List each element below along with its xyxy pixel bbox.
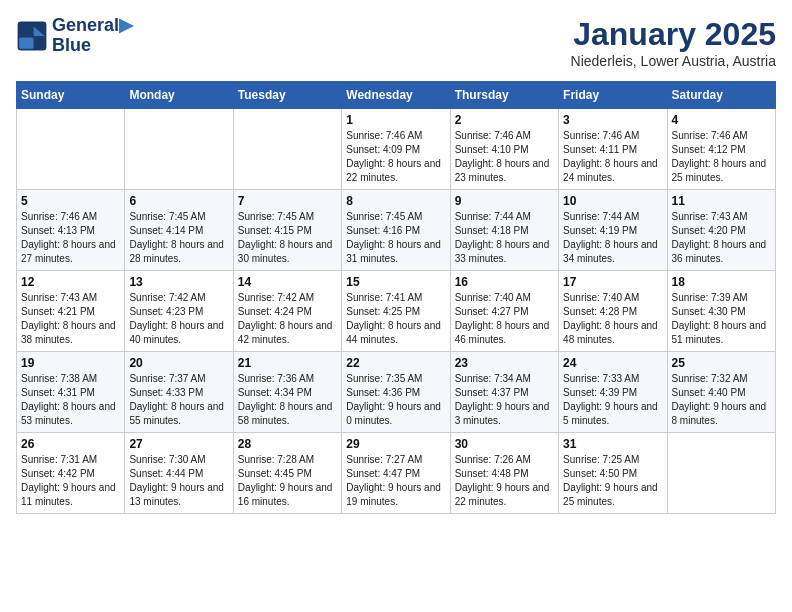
- title-area: January 2025 Niederleis, Lower Austria, …: [571, 16, 776, 69]
- logo: General▶ Blue: [16, 16, 133, 56]
- day-info: Sunrise: 7:46 AM Sunset: 4:09 PM Dayligh…: [346, 129, 445, 185]
- day-cell: 20Sunrise: 7:37 AM Sunset: 4:33 PM Dayli…: [125, 352, 233, 433]
- day-number: 8: [346, 194, 445, 208]
- day-info: Sunrise: 7:30 AM Sunset: 4:44 PM Dayligh…: [129, 453, 228, 509]
- day-info: Sunrise: 7:39 AM Sunset: 4:30 PM Dayligh…: [672, 291, 771, 347]
- day-number: 16: [455, 275, 554, 289]
- day-number: 10: [563, 194, 662, 208]
- column-header-wednesday: Wednesday: [342, 82, 450, 109]
- svg-rect-2: [19, 37, 33, 48]
- day-info: Sunrise: 7:34 AM Sunset: 4:37 PM Dayligh…: [455, 372, 554, 428]
- week-row-2: 5Sunrise: 7:46 AM Sunset: 4:13 PM Daylig…: [17, 190, 776, 271]
- day-info: Sunrise: 7:45 AM Sunset: 4:16 PM Dayligh…: [346, 210, 445, 266]
- week-row-4: 19Sunrise: 7:38 AM Sunset: 4:31 PM Dayli…: [17, 352, 776, 433]
- day-info: Sunrise: 7:25 AM Sunset: 4:50 PM Dayligh…: [563, 453, 662, 509]
- day-cell: 22Sunrise: 7:35 AM Sunset: 4:36 PM Dayli…: [342, 352, 450, 433]
- day-cell: 17Sunrise: 7:40 AM Sunset: 4:28 PM Dayli…: [559, 271, 667, 352]
- day-info: Sunrise: 7:46 AM Sunset: 4:12 PM Dayligh…: [672, 129, 771, 185]
- day-info: Sunrise: 7:31 AM Sunset: 4:42 PM Dayligh…: [21, 453, 120, 509]
- day-number: 24: [563, 356, 662, 370]
- day-number: 4: [672, 113, 771, 127]
- day-number: 27: [129, 437, 228, 451]
- day-cell: 28Sunrise: 7:28 AM Sunset: 4:45 PM Dayli…: [233, 433, 341, 514]
- day-cell: 29Sunrise: 7:27 AM Sunset: 4:47 PM Dayli…: [342, 433, 450, 514]
- day-info: Sunrise: 7:33 AM Sunset: 4:39 PM Dayligh…: [563, 372, 662, 428]
- day-number: 30: [455, 437, 554, 451]
- logo-icon: [16, 20, 48, 52]
- column-header-saturday: Saturday: [667, 82, 775, 109]
- day-cell: [233, 109, 341, 190]
- day-info: Sunrise: 7:27 AM Sunset: 4:47 PM Dayligh…: [346, 453, 445, 509]
- day-info: Sunrise: 7:46 AM Sunset: 4:10 PM Dayligh…: [455, 129, 554, 185]
- day-number: 19: [21, 356, 120, 370]
- day-number: 3: [563, 113, 662, 127]
- day-number: 28: [238, 437, 337, 451]
- calendar-subtitle: Niederleis, Lower Austria, Austria: [571, 53, 776, 69]
- day-info: Sunrise: 7:28 AM Sunset: 4:45 PM Dayligh…: [238, 453, 337, 509]
- day-number: 15: [346, 275, 445, 289]
- day-info: Sunrise: 7:36 AM Sunset: 4:34 PM Dayligh…: [238, 372, 337, 428]
- day-number: 2: [455, 113, 554, 127]
- day-cell: 30Sunrise: 7:26 AM Sunset: 4:48 PM Dayli…: [450, 433, 558, 514]
- day-number: 20: [129, 356, 228, 370]
- day-cell: 16Sunrise: 7:40 AM Sunset: 4:27 PM Dayli…: [450, 271, 558, 352]
- day-number: 17: [563, 275, 662, 289]
- day-number: 29: [346, 437, 445, 451]
- day-cell: 13Sunrise: 7:42 AM Sunset: 4:23 PM Dayli…: [125, 271, 233, 352]
- header: General▶ Blue January 2025 Niederleis, L…: [16, 16, 776, 69]
- day-cell: 10Sunrise: 7:44 AM Sunset: 4:19 PM Dayli…: [559, 190, 667, 271]
- calendar-header-row: SundayMondayTuesdayWednesdayThursdayFrid…: [17, 82, 776, 109]
- day-cell: [125, 109, 233, 190]
- day-cell: [667, 433, 775, 514]
- day-cell: 2Sunrise: 7:46 AM Sunset: 4:10 PM Daylig…: [450, 109, 558, 190]
- day-cell: 24Sunrise: 7:33 AM Sunset: 4:39 PM Dayli…: [559, 352, 667, 433]
- week-row-1: 1Sunrise: 7:46 AM Sunset: 4:09 PM Daylig…: [17, 109, 776, 190]
- day-cell: 6Sunrise: 7:45 AM Sunset: 4:14 PM Daylig…: [125, 190, 233, 271]
- day-cell: 3Sunrise: 7:46 AM Sunset: 4:11 PM Daylig…: [559, 109, 667, 190]
- day-cell: 9Sunrise: 7:44 AM Sunset: 4:18 PM Daylig…: [450, 190, 558, 271]
- day-number: 18: [672, 275, 771, 289]
- day-info: Sunrise: 7:45 AM Sunset: 4:15 PM Dayligh…: [238, 210, 337, 266]
- column-header-thursday: Thursday: [450, 82, 558, 109]
- day-cell: 25Sunrise: 7:32 AM Sunset: 4:40 PM Dayli…: [667, 352, 775, 433]
- day-number: 23: [455, 356, 554, 370]
- day-cell: 23Sunrise: 7:34 AM Sunset: 4:37 PM Dayli…: [450, 352, 558, 433]
- day-cell: 18Sunrise: 7:39 AM Sunset: 4:30 PM Dayli…: [667, 271, 775, 352]
- column-header-monday: Monday: [125, 82, 233, 109]
- day-info: Sunrise: 7:44 AM Sunset: 4:18 PM Dayligh…: [455, 210, 554, 266]
- day-cell: 11Sunrise: 7:43 AM Sunset: 4:20 PM Dayli…: [667, 190, 775, 271]
- day-cell: 15Sunrise: 7:41 AM Sunset: 4:25 PM Dayli…: [342, 271, 450, 352]
- day-number: 25: [672, 356, 771, 370]
- day-cell: 4Sunrise: 7:46 AM Sunset: 4:12 PM Daylig…: [667, 109, 775, 190]
- day-cell: 7Sunrise: 7:45 AM Sunset: 4:15 PM Daylig…: [233, 190, 341, 271]
- day-info: Sunrise: 7:40 AM Sunset: 4:28 PM Dayligh…: [563, 291, 662, 347]
- day-info: Sunrise: 7:43 AM Sunset: 4:21 PM Dayligh…: [21, 291, 120, 347]
- day-number: 12: [21, 275, 120, 289]
- day-cell: 21Sunrise: 7:36 AM Sunset: 4:34 PM Dayli…: [233, 352, 341, 433]
- day-number: 26: [21, 437, 120, 451]
- day-cell: 5Sunrise: 7:46 AM Sunset: 4:13 PM Daylig…: [17, 190, 125, 271]
- day-info: Sunrise: 7:42 AM Sunset: 4:23 PM Dayligh…: [129, 291, 228, 347]
- day-cell: 27Sunrise: 7:30 AM Sunset: 4:44 PM Dayli…: [125, 433, 233, 514]
- day-number: 7: [238, 194, 337, 208]
- day-number: 22: [346, 356, 445, 370]
- day-number: 9: [455, 194, 554, 208]
- day-info: Sunrise: 7:38 AM Sunset: 4:31 PM Dayligh…: [21, 372, 120, 428]
- day-cell: 12Sunrise: 7:43 AM Sunset: 4:21 PM Dayli…: [17, 271, 125, 352]
- calendar-title: January 2025: [571, 16, 776, 53]
- day-cell: 1Sunrise: 7:46 AM Sunset: 4:09 PM Daylig…: [342, 109, 450, 190]
- day-cell: 26Sunrise: 7:31 AM Sunset: 4:42 PM Dayli…: [17, 433, 125, 514]
- day-number: 14: [238, 275, 337, 289]
- day-info: Sunrise: 7:26 AM Sunset: 4:48 PM Dayligh…: [455, 453, 554, 509]
- day-info: Sunrise: 7:32 AM Sunset: 4:40 PM Dayligh…: [672, 372, 771, 428]
- day-cell: 8Sunrise: 7:45 AM Sunset: 4:16 PM Daylig…: [342, 190, 450, 271]
- logo-text: General▶ Blue: [52, 16, 133, 56]
- day-info: Sunrise: 7:45 AM Sunset: 4:14 PM Dayligh…: [129, 210, 228, 266]
- day-number: 31: [563, 437, 662, 451]
- day-info: Sunrise: 7:46 AM Sunset: 4:11 PM Dayligh…: [563, 129, 662, 185]
- day-number: 21: [238, 356, 337, 370]
- day-number: 6: [129, 194, 228, 208]
- day-info: Sunrise: 7:44 AM Sunset: 4:19 PM Dayligh…: [563, 210, 662, 266]
- day-info: Sunrise: 7:42 AM Sunset: 4:24 PM Dayligh…: [238, 291, 337, 347]
- day-cell: 31Sunrise: 7:25 AM Sunset: 4:50 PM Dayli…: [559, 433, 667, 514]
